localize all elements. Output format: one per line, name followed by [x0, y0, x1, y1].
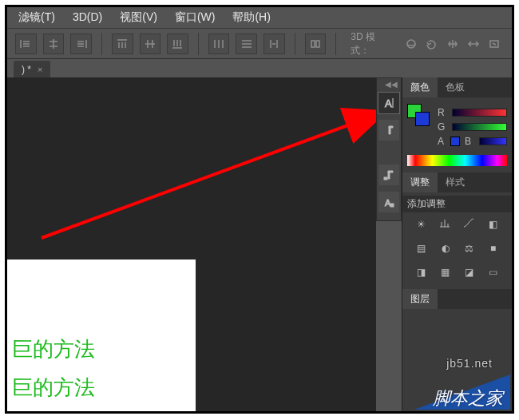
canvas-text-line: 巨的方法 [12, 330, 191, 368]
panel-tabs-3: 图层 [402, 289, 512, 309]
svg-rect-5 [384, 177, 387, 180]
tab-color[interactable]: 颜色 [402, 77, 438, 97]
posterize-icon[interactable]: ▦ [438, 265, 453, 279]
tab-swatches[interactable]: 色板 [438, 77, 473, 97]
panel-tabs-2: 调整 样式 [402, 172, 512, 192]
gradient-map-icon[interactable]: ▭ [486, 265, 501, 279]
orbit-icon[interactable] [402, 35, 421, 53]
tab-adjustments[interactable]: 调整 [402, 172, 438, 192]
threshold-icon[interactable]: ◪ [462, 265, 477, 279]
document-tab[interactable]: ) * × [14, 61, 50, 78]
background-swatch[interactable] [415, 112, 430, 126]
document-tab-strip: ) * × [7, 59, 512, 78]
paragraph-panel-button[interactable] [378, 120, 399, 141]
close-icon[interactable]: × [38, 65, 42, 74]
curves-icon[interactable] [462, 217, 477, 232]
character-styles-button[interactable]: A [378, 192, 399, 212]
brightness-icon[interactable]: ☀ [414, 217, 429, 232]
tab-styles[interactable]: 样式 [438, 172, 473, 192]
mode3d-label: 3D 模式： [351, 30, 392, 57]
exposure-icon[interactable]: ◧ [486, 217, 501, 232]
b-slider[interactable] [479, 137, 507, 145]
workspace: 巨的方法 巨的方法 [7, 77, 376, 411]
separator [101, 33, 102, 55]
svg-rect-7 [390, 204, 394, 207]
canvas-text-line: 巨的方法 [12, 368, 191, 406]
collapsed-panel-strip: ◀◀ A A [376, 77, 402, 221]
invert-icon[interactable]: ◨ [414, 265, 429, 279]
fg-bg-swatches[interactable] [407, 104, 431, 128]
color-spectrum[interactable] [407, 155, 507, 166]
panel-tabs: 颜色 色板 [402, 77, 512, 97]
tab-layers[interactable]: 图层 [402, 289, 438, 309]
svg-text:A: A [385, 97, 392, 109]
text-a-icon: A [438, 136, 444, 147]
scale-icon[interactable] [485, 35, 504, 53]
r-slider[interactable] [452, 109, 507, 117]
adjustments-row-1: ☀ ◧ [402, 212, 512, 236]
menu-bar: 滤镜(T) 3D(D) 视图(V) 窗口(W) 帮助(H) [7, 7, 512, 29]
separator [295, 33, 295, 55]
add-adjustment-label: 添加调整 [402, 196, 512, 212]
menu-3d[interactable]: 3D(D) [73, 10, 102, 25]
document-tab-label: ) * [22, 64, 31, 75]
watermark-url: jb51.net [446, 357, 493, 370]
expand-panels-icon[interactable]: ◀◀ [385, 80, 398, 89]
align-bottom-icon[interactable] [167, 34, 188, 54]
paragraph-styles-button[interactable] [378, 164, 399, 185]
hue-icon[interactable]: ◐ [438, 241, 453, 256]
distribute-spacing-icon[interactable] [263, 34, 285, 54]
align-right-icon[interactable] [70, 34, 92, 54]
text-color-swatch[interactable] [450, 137, 460, 146]
adjustments-row-2: ▤ ◐ ⚖ ■ [402, 236, 512, 260]
distribute-v-icon[interactable] [236, 34, 257, 54]
align-top-icon[interactable] [112, 34, 133, 54]
menu-filter[interactable]: 滤镜(T) [18, 10, 55, 25]
distribute-h-icon[interactable] [208, 34, 230, 54]
r-label: R [438, 107, 447, 118]
levels-icon[interactable] [438, 217, 453, 232]
svg-point-0 [407, 40, 415, 48]
pan-icon[interactable] [443, 35, 462, 53]
b-label: B [465, 136, 474, 147]
g-label: G [438, 121, 447, 133]
bw-icon[interactable]: ■ [486, 241, 501, 256]
rotate-icon[interactable] [422, 35, 442, 53]
align-middle-v-icon[interactable] [140, 34, 161, 54]
color-panel: R G A B [402, 97, 512, 172]
footer-text: 脚本之家 [433, 386, 503, 410]
align-center-h-icon[interactable] [43, 34, 65, 54]
character-panel-button[interactable]: A [378, 93, 399, 113]
g-slider[interactable] [452, 123, 507, 131]
menu-help[interactable]: 帮助(H) [232, 10, 270, 25]
vibrance-icon[interactable]: ▤ [414, 241, 429, 256]
app-frame: 滤镜(T) 3D(D) 视图(V) 窗口(W) 帮助(H) 3D 模式： [5, 5, 514, 414]
balance-icon[interactable]: ⚖ [462, 241, 477, 256]
options-bar: 3D 模式： [7, 29, 512, 59]
separator [198, 33, 199, 55]
adjustments-row-3: ◨ ▦ ◪ ▭ [402, 260, 512, 284]
separator [335, 33, 336, 55]
align-left-icon[interactable] [15, 34, 37, 54]
slide-icon[interactable] [464, 35, 483, 53]
document-canvas[interactable]: 巨的方法 巨的方法 [7, 260, 196, 411]
menu-window[interactable]: 窗口(W) [175, 10, 216, 25]
menu-view[interactable]: 视图(V) [120, 10, 157, 25]
auto-align-icon[interactable] [305, 34, 327, 54]
